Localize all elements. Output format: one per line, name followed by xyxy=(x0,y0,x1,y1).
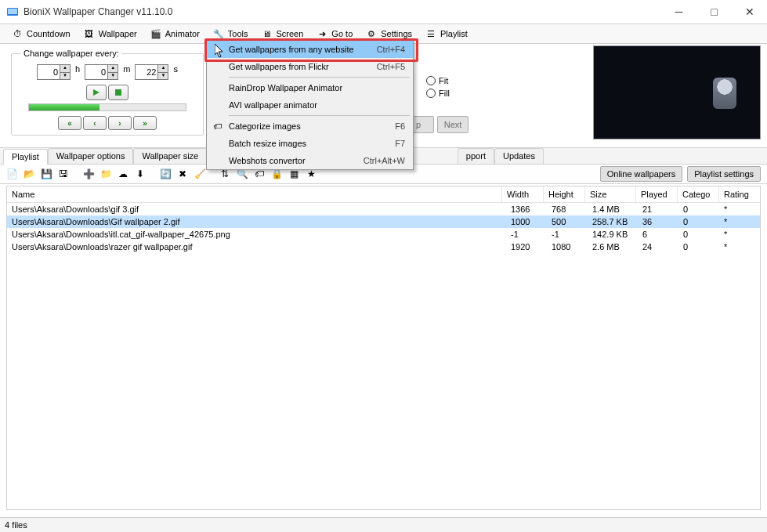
arrow-icon: ➜ xyxy=(316,27,328,40)
first-button[interactable]: « xyxy=(58,116,81,130)
table-row[interactable]: Users\Aksara\Downloads\Gif wallpaper 2.g… xyxy=(7,215,760,228)
tools-dropdown: Get wallpapers from any websiteCtrl+F4Ge… xyxy=(206,40,414,170)
add-folder-icon[interactable]: 📁 xyxy=(99,167,113,181)
col-rating: Rating xyxy=(719,186,760,202)
menu-countdown[interactable]: ⏱Countdown xyxy=(5,24,77,43)
interval-group: Change wallpaper every: ▲▼ h ▲▼ m ▲▼ s xyxy=(11,49,204,136)
seconds-spinner[interactable]: ▲▼ xyxy=(135,64,168,80)
menu-item[interactable]: RainDrop Wallpaper Animator xyxy=(207,79,413,96)
wallpaper-preview xyxy=(593,45,761,139)
menu-item[interactable]: Get wallpapers from any websiteCtrl+F4 xyxy=(207,41,413,58)
gear-icon: ⚙ xyxy=(365,27,378,40)
table-row[interactable]: Users\Aksara\Downloads\itl.cat_gif-wallp… xyxy=(7,228,760,241)
progress-bar xyxy=(28,103,186,111)
tag-icon: 🏷 xyxy=(211,120,223,132)
picture-icon: 🖼 xyxy=(83,27,96,40)
tab-wallpaper-options[interactable]: Wallpaper options xyxy=(48,148,134,164)
fit-group: Fit Fill xyxy=(426,74,450,100)
minutes-input[interactable] xyxy=(85,64,108,80)
table-header[interactable]: Name Width Height Size Played Catego Rat… xyxy=(7,186,760,203)
col-height: Height xyxy=(544,186,585,202)
monitor-icon: 🖥 xyxy=(261,27,273,40)
menu-item[interactable]: 🏷Categorize imagesF6 xyxy=(207,118,413,135)
cursor-icon xyxy=(215,44,226,60)
next-wallpaper-button[interactable]: Next xyxy=(437,116,469,133)
menu-item[interactable]: AVI wallpaper animator xyxy=(207,96,413,114)
delete-icon[interactable]: ✖ xyxy=(175,167,190,181)
playlist-settings-button[interactable]: Playlist settings xyxy=(687,166,761,182)
play-button[interactable] xyxy=(86,85,107,100)
file-count: 4 files xyxy=(5,520,27,530)
new-icon[interactable]: 📄 xyxy=(5,167,19,181)
col-category: Catego xyxy=(678,186,719,202)
online-wallpapers-button[interactable]: Online wallpapers xyxy=(600,166,682,182)
open-icon[interactable]: 📂 xyxy=(22,167,36,181)
clock-icon: ⏱ xyxy=(11,27,24,40)
col-width: Width xyxy=(502,186,544,202)
hours-spinner[interactable]: ▲▼ xyxy=(37,64,71,80)
prev-button[interactable]: ‹ xyxy=(83,116,107,130)
list-icon: ☰ xyxy=(425,27,437,40)
hours-input[interactable] xyxy=(37,64,60,80)
svg-rect-3 xyxy=(115,89,121,96)
window-title: BioniX Wallpaper Changer v11.10.0 xyxy=(24,6,172,17)
film-icon: 🎬 xyxy=(150,27,162,40)
col-played: Played xyxy=(636,186,678,202)
menu-item[interactable]: Webshots convertorCtrl+Alt+W xyxy=(207,152,413,169)
last-button[interactable]: » xyxy=(133,116,157,130)
down-icon[interactable]: ⬇ xyxy=(133,167,147,181)
tab-updates[interactable]: Updates xyxy=(494,148,544,164)
svg-rect-1 xyxy=(8,9,17,14)
menu-item[interactable]: Get wallpapers from FlickrCtrl+F5 xyxy=(207,58,413,75)
minutes-spinner[interactable]: ▲▼ xyxy=(85,64,118,80)
tab-support[interactable]: pport xyxy=(458,148,494,164)
seconds-input[interactable] xyxy=(135,64,158,80)
fit-radio[interactable]: Fit xyxy=(426,74,450,87)
close-button[interactable]: ✕ xyxy=(732,0,767,24)
table-row[interactable]: Users\Aksara\Downloads\gif 3.gif13667681… xyxy=(7,203,760,215)
saveas-icon[interactable]: 🖫 xyxy=(56,167,71,181)
tab-playlist[interactable]: Playlist xyxy=(3,149,48,165)
refresh-icon[interactable]: 🔄 xyxy=(158,167,172,181)
svg-marker-4 xyxy=(215,44,223,57)
menu-animator[interactable]: 🎬Animator xyxy=(143,24,206,43)
status-bar: 4 files xyxy=(0,517,767,532)
menu-wallpaper[interactable]: 🖼Wallpaper xyxy=(77,24,143,43)
minimize-button[interactable]: ─ xyxy=(661,0,696,24)
clean-icon[interactable]: 🧹 xyxy=(193,167,207,181)
interval-label: Change wallpaper every: xyxy=(21,49,121,58)
menu-item[interactable]: Batch resize imagesF7 xyxy=(207,135,413,152)
app-icon xyxy=(6,5,19,18)
fill-radio[interactable]: Fill xyxy=(426,87,450,100)
save-icon[interactable]: 💾 xyxy=(39,167,53,181)
next-button[interactable]: › xyxy=(108,116,132,130)
table-row[interactable]: Users\Aksara\Downloads\razer gif wallpap… xyxy=(7,241,760,253)
svg-marker-2 xyxy=(93,89,99,96)
tab-wallpaper-size[interactable]: Wallpaper size xyxy=(133,148,207,164)
title-bar: BioniX Wallpaper Changer v11.10.0 ─ □ ✕ xyxy=(0,0,767,24)
stop-button[interactable] xyxy=(108,85,128,100)
wrench-icon: 🔧 xyxy=(212,27,225,40)
col-name: Name xyxy=(7,186,502,202)
cloud-icon[interactable]: ☁ xyxy=(116,167,130,181)
col-size: Size xyxy=(585,186,636,202)
add-file-icon[interactable]: ➕ xyxy=(81,167,96,181)
playlist-table[interactable]: Name Width Height Size Played Catego Rat… xyxy=(6,186,761,510)
maximize-button[interactable]: □ xyxy=(696,0,732,24)
menu-playlist[interactable]: ☰Playlist xyxy=(418,24,474,43)
